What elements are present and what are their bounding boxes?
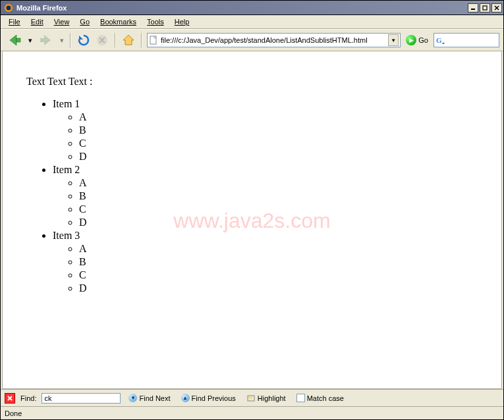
list-item: Item 1 A B C D — [53, 98, 478, 163]
firefox-icon — [3, 3, 14, 13]
stop-button[interactable] — [94, 32, 110, 48]
find-previous-button[interactable]: ▲ Find Previous — [179, 392, 238, 404]
find-input[interactable] — [42, 393, 121, 404]
svg-rect-14 — [248, 397, 252, 398]
highlight-icon — [246, 394, 256, 403]
svg-text:G: G — [436, 36, 442, 44]
search-engine-icon: G — [436, 36, 445, 45]
list-item: C — [79, 138, 478, 149]
list-item: Item 2 A B C D — [53, 164, 478, 228]
forward-button[interactable] — [36, 32, 56, 49]
findbar-close-button[interactable] — [5, 393, 15, 404]
menu-help[interactable]: Help — [169, 16, 195, 27]
list-item: B — [79, 256, 478, 268]
page-content: www.java2s.com Text Text Text : Item 1 A… — [2, 51, 502, 389]
home-button[interactable] — [121, 32, 136, 48]
menubar: File Edit View Go Bookmarks Tools Help — [1, 15, 503, 29]
svg-rect-3 — [483, 6, 487, 10]
find-label: Find: — [20, 394, 36, 402]
arrow-up-icon: ▲ — [181, 394, 190, 402]
go-icon: ▶ — [406, 35, 416, 45]
arrow-down-icon: ▼ — [128, 394, 137, 402]
separator — [70, 33, 71, 47]
page-icon — [149, 36, 158, 45]
close-button[interactable] — [491, 3, 502, 13]
findbar: Find: ▼ Find Next ▲ Find Previous Highli… — [1, 389, 503, 406]
url-dropdown-icon[interactable]: ▼ — [388, 34, 399, 46]
menu-bookmarks[interactable]: Bookmarks — [95, 16, 142, 27]
titlebar: Mozilla Firefox — [1, 1, 503, 15]
separator — [141, 33, 142, 47]
window-title: Mozilla Firefox — [16, 4, 466, 12]
list-item: A — [79, 111, 478, 123]
list-item: D — [79, 282, 478, 294]
menu-view[interactable]: View — [49, 16, 75, 27]
match-case-checkbox[interactable]: Match case — [294, 392, 347, 404]
back-button[interactable] — [5, 32, 24, 49]
url-bar[interactable]: ▼ — [147, 33, 401, 47]
list-item: Item 3 A B C D — [53, 230, 478, 294]
list-item: D — [79, 151, 478, 163]
list-item: D — [79, 217, 478, 228]
list-item: B — [79, 124, 478, 136]
separator — [115, 33, 116, 47]
list-item: A — [79, 243, 478, 255]
status-text: Done — [5, 409, 22, 417]
menu-tools[interactable]: Tools — [142, 16, 169, 27]
menu-go[interactable]: Go — [74, 16, 95, 27]
toolbar: ▾ ▾ ▼ ▶ Go G — [1, 29, 503, 51]
go-button[interactable]: ▶ Go — [403, 35, 431, 45]
reload-button[interactable] — [76, 32, 92, 48]
menu-file[interactable]: File — [3, 16, 26, 27]
list-item: C — [79, 269, 478, 281]
list-item: C — [79, 203, 478, 215]
forward-dropdown-icon[interactable]: ▾ — [59, 32, 65, 48]
search-box[interactable]: G — [434, 33, 499, 47]
highlight-button[interactable]: Highlight — [244, 392, 289, 404]
intro-text: Text Text Text : — [26, 76, 478, 88]
maximize-button[interactable] — [480, 3, 490, 13]
go-label: Go — [418, 36, 428, 44]
menu-edit[interactable]: Edit — [26, 16, 49, 27]
main-list: Item 1 A B C D Item 2 A B C D Item 3 A B… — [26, 98, 478, 294]
url-input[interactable] — [161, 36, 385, 44]
svg-point-1 — [7, 5, 11, 10]
checkbox-icon — [296, 394, 305, 402]
list-item: B — [79, 190, 478, 202]
list-item: A — [79, 177, 478, 189]
minimize-button[interactable] — [468, 3, 478, 13]
find-next-button[interactable]: ▼ Find Next — [126, 392, 173, 404]
back-dropdown-icon[interactable]: ▾ — [27, 32, 34, 48]
statusbar: Done — [1, 406, 503, 419]
